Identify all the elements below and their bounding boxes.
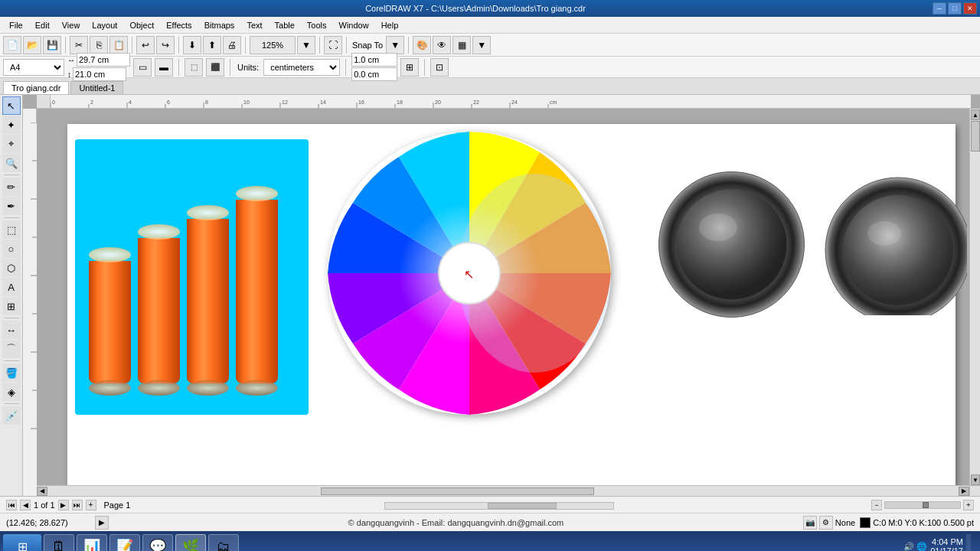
- zoom-select[interactable]: 125%: [250, 36, 296, 54]
- page-height-input[interactable]: 21.0 cm: [73, 67, 126, 81]
- zoom-slider[interactable]: [884, 501, 961, 509]
- print-button[interactable]: 🖨: [223, 36, 241, 54]
- crop-tool[interactable]: ⌖: [2, 135, 21, 153]
- page-size-select[interactable]: A4: [3, 59, 64, 76]
- add-page-btn[interactable]: +: [86, 500, 96, 510]
- hscroll-thumb[interactable]: [488, 503, 556, 509]
- menu-help[interactable]: Help: [375, 19, 405, 31]
- bleed-btn[interactable]: ⬛: [206, 58, 224, 77]
- taskbar-app-skype[interactable]: 💬: [142, 534, 173, 551]
- menu-edit[interactable]: Edit: [29, 19, 56, 31]
- menu-object[interactable]: Object: [123, 19, 160, 31]
- import-button[interactable]: ⬇: [183, 36, 201, 54]
- interactive-fill[interactable]: ◈: [2, 383, 21, 401]
- vertical-scrollbar[interactable]: ▲ ▼: [969, 109, 980, 496]
- copy-button[interactable]: ⎘: [90, 36, 108, 54]
- view-options[interactable]: 👁: [433, 36, 451, 54]
- prev-page-btn[interactable]: ◀: [20, 500, 31, 510]
- connector-tool[interactable]: ⌒: [2, 340, 21, 358]
- tab-untitled[interactable]: Untitled-1: [70, 81, 123, 94]
- taskbar-app-word[interactable]: 📝: [109, 534, 140, 551]
- export-button[interactable]: ⬆: [203, 36, 221, 54]
- parallel-dim-tool[interactable]: ↔: [2, 321, 21, 339]
- menu-tools[interactable]: Tools: [301, 19, 333, 31]
- cylinder-2[interactable]: [138, 224, 180, 396]
- page-width-input[interactable]: 29.7 cm: [77, 53, 130, 67]
- taskbar-app-explorer[interactable]: 🗂: [208, 534, 239, 551]
- fill-tool[interactable]: 🪣: [2, 364, 21, 382]
- tool-sep3: [4, 318, 19, 318]
- rect-tool[interactable]: ⬚: [2, 220, 21, 239]
- menu-window[interactable]: Window: [333, 19, 375, 31]
- redo-button[interactable]: ↪: [156, 36, 175, 54]
- last-page-btn[interactable]: ⏭: [72, 500, 83, 510]
- menu-view[interactable]: View: [56, 19, 87, 31]
- drawing-page[interactable]: ↖: [67, 124, 956, 496]
- camera-icon[interactable]: 📷: [803, 516, 817, 530]
- next-page-btn[interactable]: ▶: [58, 500, 69, 510]
- show-desktop-btn[interactable]: [966, 534, 971, 551]
- menu-file[interactable]: File: [3, 19, 29, 31]
- landscape-btn[interactable]: ▬: [155, 58, 173, 77]
- eyedropper-tool[interactable]: 💉: [2, 406, 21, 425]
- table-tool[interactable]: ⊞: [2, 297, 21, 315]
- bottom-hscroll[interactable]: [384, 502, 614, 510]
- minimize-button[interactable]: ─: [933, 2, 946, 15]
- close-button[interactable]: ✕: [963, 2, 977, 15]
- zoom-slider-thumb[interactable]: [923, 502, 929, 508]
- page-border-btn[interactable]: ⬚: [185, 58, 203, 77]
- nudge-input[interactable]: 1.0 cm: [351, 53, 397, 67]
- full-screen[interactable]: ⛶: [324, 36, 342, 54]
- paste-button[interactable]: 📋: [109, 36, 128, 54]
- gray-circle-flat[interactable]: [822, 174, 967, 315]
- snap-dropdown[interactable]: ▼: [386, 36, 404, 54]
- transform-btn[interactable]: ⊡: [430, 58, 449, 77]
- cylinder-1[interactable]: [89, 247, 131, 396]
- freehand-tool[interactable]: ✏: [2, 178, 21, 196]
- cut-button[interactable]: ✂: [70, 36, 88, 54]
- maximize-button[interactable]: □: [948, 2, 962, 15]
- shape-tool[interactable]: ✦: [2, 116, 21, 134]
- smart-draw-tool[interactable]: ✒: [2, 197, 21, 215]
- coord-expand-btn[interactable]: ▶: [95, 516, 109, 530]
- zoom-dropdown[interactable]: ▼: [297, 36, 315, 54]
- taskbar-app-excel[interactable]: 📊: [77, 534, 107, 551]
- portrait-btn[interactable]: ▭: [133, 58, 152, 77]
- settings-icon[interactable]: ⚙: [819, 516, 833, 530]
- canvas[interactable]: 0 2 4 6 8 10 12 14 16 18 20: [23, 95, 980, 496]
- tab-tro-giang[interactable]: Tro giang.cdr: [3, 81, 69, 94]
- separator2: [132, 37, 132, 54]
- text-tool[interactable]: A: [2, 278, 21, 296]
- menu-text[interactable]: Text: [240, 19, 268, 31]
- color-wheel-obj[interactable]: ↖: [328, 132, 611, 415]
- undo-button[interactable]: ↩: [136, 36, 155, 54]
- units-select[interactable]: centimeters: [263, 59, 340, 76]
- polygon-tool[interactable]: ⬡: [2, 259, 21, 277]
- gray-circle-ring[interactable]: [657, 170, 806, 319]
- horizontal-scrollbar[interactable]: ◀ ▶: [37, 485, 969, 496]
- menu-bitmaps[interactable]: Bitmaps: [198, 19, 241, 31]
- more-options[interactable]: ▼: [472, 36, 491, 54]
- start-button[interactable]: ⊞: [3, 534, 41, 551]
- zoom-out-btn[interactable]: −: [871, 500, 882, 510]
- save-button[interactable]: 💾: [43, 36, 61, 54]
- cylinder-4[interactable]: [236, 186, 278, 396]
- cylinder-3[interactable]: [187, 205, 229, 396]
- menu-table[interactable]: Table: [269, 19, 301, 31]
- menu-effects[interactable]: Effects: [160, 19, 198, 31]
- zoom-tool[interactable]: 🔍: [2, 154, 21, 172]
- menu-layout[interactable]: Layout: [86, 19, 123, 31]
- svg-text:0: 0: [52, 99, 55, 105]
- nudge-btn[interactable]: ⊞: [400, 58, 419, 77]
- color-mgmt[interactable]: 🎨: [413, 36, 431, 54]
- nudge2-input[interactable]: 0.0 cm: [351, 67, 397, 81]
- layout-options[interactable]: ▦: [452, 36, 471, 54]
- new-button[interactable]: 📄: [3, 36, 21, 54]
- zoom-in-btn[interactable]: +: [963, 500, 974, 510]
- taskbar-app-calendar[interactable]: 🗓: [44, 534, 74, 551]
- taskbar-app-corel[interactable]: 🌿: [175, 534, 206, 551]
- open-button[interactable]: 📂: [23, 36, 41, 54]
- ellipse-tool[interactable]: ○: [2, 240, 21, 258]
- select-tool[interactable]: ↖: [2, 96, 21, 115]
- first-page-btn[interactable]: ⏮: [6, 500, 17, 510]
